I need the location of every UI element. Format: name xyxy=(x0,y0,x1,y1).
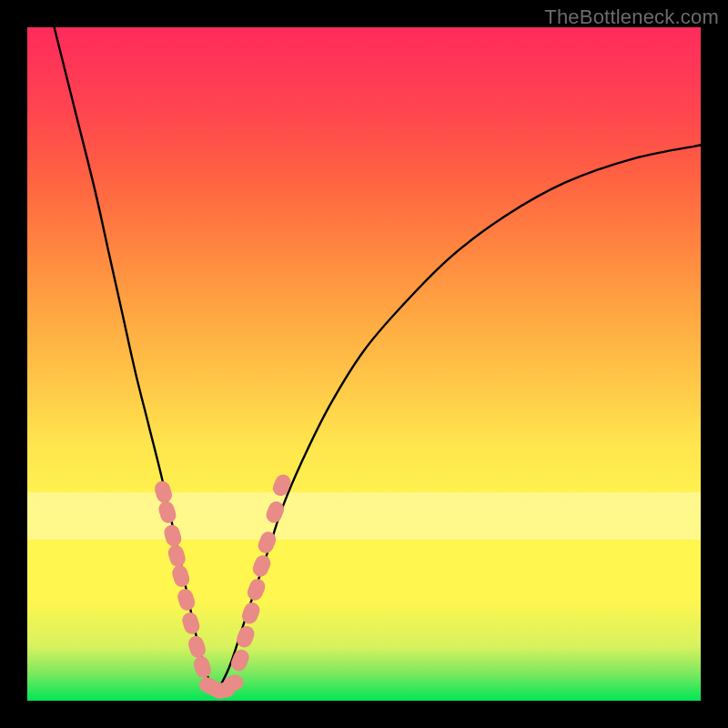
plot-area xyxy=(27,27,701,701)
data-marker xyxy=(167,543,187,569)
chart-frame: TheBottleneck.com xyxy=(0,0,728,728)
curve-right_branch xyxy=(216,146,701,694)
watermark-text: TheBottleneck.com xyxy=(544,5,719,29)
data-marker xyxy=(192,654,213,680)
data-marker xyxy=(256,530,278,556)
data-marker xyxy=(176,587,197,612)
data-marker xyxy=(162,523,183,549)
data-marker xyxy=(228,647,251,673)
data-marker xyxy=(187,634,207,660)
data-marker xyxy=(245,577,268,603)
data-marker xyxy=(153,480,174,505)
data-marker xyxy=(270,472,293,499)
curve-layer xyxy=(27,27,701,701)
data-marker xyxy=(170,563,191,589)
data-marker xyxy=(180,611,201,636)
data-marker xyxy=(239,600,262,626)
data-marker xyxy=(157,500,177,525)
data-marker xyxy=(250,553,273,580)
